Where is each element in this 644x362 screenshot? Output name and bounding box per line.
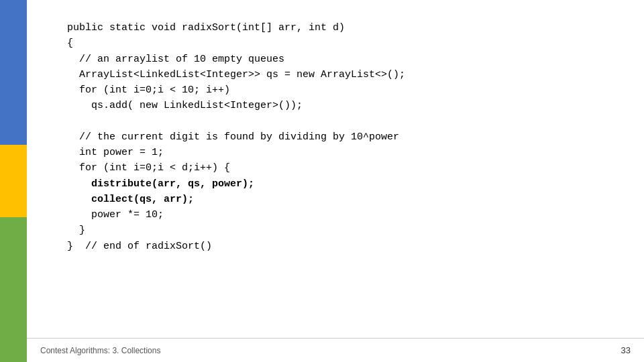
code-line: qs.add( new LinkedList<Integer>()); (67, 98, 617, 113)
footer-title: Contest Algorithms: 3. Collections (40, 346, 160, 355)
code-line: distribute(arr, qs, power); (67, 176, 617, 192)
code-line: // the current digit is found by dividin… (67, 129, 617, 145)
bar-green (0, 217, 27, 362)
sidebar-bars (0, 0, 27, 362)
code-line: for (int i=0;i < 10; i++) (67, 82, 617, 98)
code-line: public static void radixSort(int[] arr, … (67, 20, 617, 36)
bar-yellow (0, 145, 27, 217)
code-line: } (67, 223, 617, 238)
code-area: public static void radixSort(int[] arr, … (27, 0, 644, 338)
code-line: { (67, 36, 617, 51)
footer: Contest Algorithms: 3. Collections 33 (27, 338, 644, 362)
bar-blue (0, 0, 27, 145)
code-line: int power = 1; (67, 145, 617, 160)
code-line: collect(qs, arr); (67, 192, 617, 207)
code-line (67, 114, 617, 129)
code-line: power *= 10; (67, 207, 617, 223)
footer-page: 33 (621, 345, 631, 355)
code-line: // an arraylist of 10 empty queues (67, 52, 617, 67)
code-line: ArrayList<LinkedList<Integer>> qs = new … (67, 67, 617, 82)
main-content: public static void radixSort(int[] arr, … (27, 0, 644, 362)
code-line: } // end of radixSort() (67, 239, 617, 254)
code-line: for (int i=0;i < d;i++) { (67, 160, 617, 176)
